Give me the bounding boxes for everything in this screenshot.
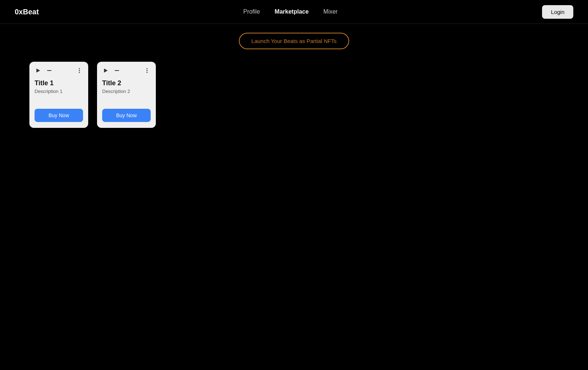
svg-point-2 (79, 70, 80, 71)
play-icon-2 (103, 68, 109, 73)
minus-icon-2 (114, 68, 120, 73)
card-2-title: Title 2 (102, 79, 151, 87)
minus-icon-1 (46, 68, 52, 73)
play-icon-1 (35, 68, 41, 73)
svg-point-5 (147, 68, 148, 69)
more-button-2[interactable] (143, 67, 151, 74)
svg-rect-4 (115, 70, 119, 71)
minus-button-2[interactable] (113, 67, 121, 74)
play-button-1[interactable] (35, 67, 42, 74)
more-icon-1 (76, 68, 82, 73)
more-button-1[interactable] (76, 67, 83, 74)
banner-area: Launch Your Beats as Partial NFTs (0, 24, 588, 58)
card-2-controls (102, 67, 151, 74)
login-button[interactable]: Login (542, 5, 573, 19)
card-1-controls (35, 67, 83, 74)
header: 0xBeat Profile Marketplace Mixer Login (0, 0, 588, 24)
card-2-description: Description 2 (102, 89, 151, 94)
brand-logo: 0xBeat (15, 8, 39, 16)
play-button-2[interactable] (102, 67, 110, 74)
svg-point-7 (147, 72, 148, 73)
nav-item-profile[interactable]: Profile (243, 8, 260, 15)
main-nav: Profile Marketplace Mixer (243, 8, 338, 15)
nav-item-mixer[interactable]: Mixer (323, 8, 338, 15)
minus-button-1[interactable] (46, 67, 53, 74)
cards-container: Title 1 Description 1 Buy Now (0, 58, 588, 132)
svg-rect-0 (47, 70, 51, 71)
launch-banner-button[interactable]: Launch Your Beats as Partial NFTs (239, 33, 349, 49)
buy-now-button-2[interactable]: Buy Now (102, 109, 151, 122)
svg-point-1 (79, 68, 80, 69)
beat-card-2: Title 2 Description 2 Buy Now (97, 62, 156, 128)
more-icon-2 (144, 68, 150, 73)
svg-point-6 (147, 70, 148, 71)
buy-now-button-1[interactable]: Buy Now (35, 109, 83, 122)
beat-card-1: Title 1 Description 1 Buy Now (29, 62, 88, 128)
nav-item-marketplace[interactable]: Marketplace (275, 8, 309, 15)
card-1-title: Title 1 (35, 79, 83, 87)
svg-point-3 (79, 72, 80, 73)
card-1-description: Description 1 (35, 89, 83, 94)
